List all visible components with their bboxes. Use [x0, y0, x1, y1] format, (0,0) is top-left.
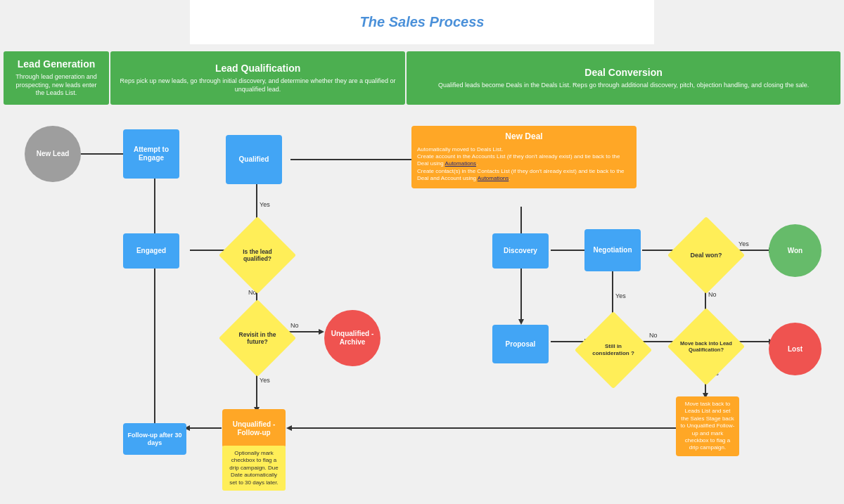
svg-marker-27 [518, 319, 524, 325]
discovery-label: Discovery [504, 247, 537, 255]
new-lead-label: New Lead [37, 150, 70, 158]
node-move-back-qual: Move back into Lead Qualification? [679, 319, 734, 374]
is-qualified-label: Is the lead qualified? [230, 248, 285, 262]
svg-text:No: No [290, 322, 299, 329]
move-back-qual-label: Move back into Lead Qualification? [679, 340, 734, 353]
node-qualified: Qualified [226, 135, 282, 184]
node-followup-note: Optionally mark checkbox to flag a drip … [222, 446, 286, 491]
move-back-note-text: Move task back to Leads List and set the… [681, 401, 735, 451]
title-area: The Sales Process [190, 0, 654, 44]
new-deal-title: New Deal [417, 131, 631, 143]
unqualified-archive-label: Unqualified - Archive [331, 330, 374, 347]
still-consideration-label: Still in consideration ? [586, 343, 641, 356]
proposal-label: Proposal [506, 340, 536, 349]
node-proposal: Proposal [492, 325, 549, 363]
svg-text:Yes: Yes [738, 240, 749, 247]
lost-label: Lost [788, 345, 803, 354]
page-wrapper: The Sales Process Lead Generation Throug… [0, 0, 844, 504]
phase-lead-gen-desc: Through lead generation and prospecting,… [12, 73, 101, 98]
node-won: Won [769, 224, 821, 277]
svg-text:Yes: Yes [260, 201, 270, 208]
negotiation-label: Negotiation [594, 246, 632, 254]
won-label: Won [788, 247, 803, 255]
svg-text:Yes: Yes [615, 292, 626, 299]
new-deal-link2[interactable]: Automations [478, 175, 509, 181]
qualified-label: Qualified [239, 155, 269, 164]
new-deal-link1[interactable]: Automations [445, 160, 476, 167]
node-still-consideration: Still in consideration ? [586, 323, 641, 377]
phase-deal-conv-desc: Qualified leads become Deals in the Deal… [415, 82, 832, 90]
node-lost: Lost [769, 323, 821, 375]
followup-note-text: Optionally mark checkbox to flag a drip … [229, 450, 278, 486]
phase-lead-qual-desc: Reps pick up new leads, go through initi… [119, 77, 397, 93]
node-new-lead: New Lead [25, 126, 81, 182]
node-revisit: Revisit in the future? [230, 311, 285, 366]
phase-lead-qual-title: Lead Qualification [119, 63, 397, 74]
unqualified-followup-label: Unqualified - Follow-up [233, 420, 276, 437]
svg-text:No: No [649, 332, 658, 339]
node-negotiation: Negotiation [584, 229, 641, 271]
engaged-label: Engaged [136, 247, 166, 255]
node-unqualified-archive: Unqualified - Archive [324, 310, 381, 366]
svg-marker-15 [319, 329, 324, 335]
node-unqualified-followup: Unqualified - Follow-up [222, 409, 286, 448]
phase-lead-gen: Lead Generation Through lead generation … [4, 51, 109, 105]
flowchart: Yes No No Yes [4, 115, 840, 481]
attempt-engage-label: Attempt to Engage [134, 146, 169, 162]
deal-won-label: Deal won? [690, 252, 722, 259]
revisit-label: Revisit in the future? [230, 331, 285, 345]
node-deal-won: Deal won? [679, 228, 734, 283]
phase-deal-conv: Deal Conversion Qualified leads become D… [407, 51, 840, 105]
phase-deal-conv-title: Deal Conversion [415, 67, 832, 78]
node-engaged: Engaged [123, 233, 179, 269]
svg-marker-51 [286, 425, 292, 431]
node-discovery: Discovery [492, 233, 549, 269]
page-title: The Sales Process [360, 14, 485, 30]
svg-text:Yes: Yes [260, 377, 270, 384]
phase-headers: Lead Generation Through lead generation … [0, 51, 844, 105]
svg-text:No: No [708, 291, 717, 298]
node-is-qualified: Is the lead qualified? [230, 228, 285, 283]
new-deal-desc: Automatically moved to Deals List. Creat… [417, 146, 631, 183]
node-move-back-note: Move task back to Leads List and set the… [676, 396, 739, 456]
followup-30-label: Follow-up after 30 days [123, 432, 186, 447]
phase-lead-gen-title: Lead Generation [12, 58, 101, 70]
node-followup-30: Follow-up after 30 days [123, 423, 186, 455]
node-new-deal: New Deal Automatically moved to Deals Li… [411, 126, 637, 188]
node-attempt-engage: Attempt to Engage [123, 129, 179, 179]
phase-lead-qual: Lead Qualification Reps pick up new lead… [110, 51, 405, 105]
